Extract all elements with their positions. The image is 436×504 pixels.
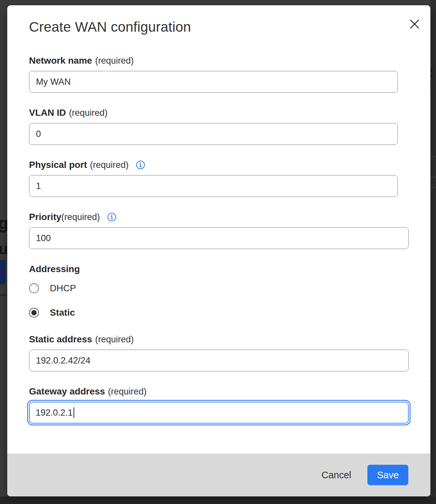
text-caret [74,407,75,418]
field-label-text: Priority [29,212,61,222]
vlan-id-input[interactable] [29,123,398,145]
required-suffix: (required) [95,56,134,66]
gateway-address-label: Gateway address (required) [29,386,409,397]
dialog-title: Create WAN configuration [29,19,409,35]
background-bottom-shade [0,496,436,504]
field-label-text: Network name [29,55,92,66]
physical-port-label: Physical port (required) [29,160,409,170]
create-wan-dialog: Create WAN configuration Network name (r… [7,5,430,496]
required-suffix: (required) [90,160,129,170]
radio-label: Static [50,307,75,318]
info-icon[interactable] [107,212,116,222]
background-hint-text: u [0,241,8,257]
close-button[interactable] [407,17,422,32]
close-icon [408,18,421,31]
physical-port-input[interactable] [29,175,398,197]
background-hint-divider [430,177,436,177]
vlan-id-field: VLAN ID (required) [29,108,409,145]
background-hint-divider [0,295,7,296]
required-suffix: (required) [108,387,146,397]
required-suffix: (required) [95,334,134,345]
priority-field: Priority (required) [29,212,409,249]
background-hint-divider [430,187,436,188]
static-address-label: Static address (required) [29,334,409,345]
priority-label: Priority (required) [29,212,409,222]
static-address-field: Static address (required) [29,334,409,371]
dialog-footer: Cancel Save [7,454,430,496]
addressing-heading: Addressing [29,264,409,274]
network-name-field: Network name (required) [29,55,409,93]
gateway-address-value: 192.0.2.1 [36,408,73,418]
addressing-group: Addressing DHCP Static [29,264,409,318]
cancel-button[interactable]: Cancel [322,470,351,481]
gateway-address-input[interactable]: 192.0.2.1 [29,402,409,424]
field-label-text: VLAN ID [29,108,66,118]
gateway-address-field: Gateway address (required) 192.0.2.1 [29,386,409,424]
physical-port-field: Physical port (required) [29,160,409,197]
background-hint-button [0,260,5,284]
static-address-input[interactable] [29,350,409,371]
vlan-id-label: VLAN ID (required) [29,108,409,118]
network-name-label: Network name (required) [29,55,409,66]
field-label-text: Gateway address [29,386,105,397]
radio-unselected-icon[interactable] [29,283,39,293]
network-name-input[interactable] [29,71,398,93]
background-hint-divider [430,156,436,157]
required-suffix: (required) [69,108,108,118]
radio-label: DHCP [50,283,76,294]
save-button[interactable]: Save [367,465,408,485]
addressing-option-static[interactable]: Static [29,308,409,318]
info-icon[interactable] [136,160,145,170]
required-suffix: (required) [61,212,100,222]
radio-selected-icon[interactable] [29,308,39,318]
field-label-text: Static address [29,334,92,345]
addressing-option-dhcp[interactable]: DHCP [29,283,409,293]
priority-input[interactable] [29,227,409,249]
dialog-body: Create WAN configuration Network name (r… [7,5,430,454]
field-label-text: Physical port [29,160,87,170]
